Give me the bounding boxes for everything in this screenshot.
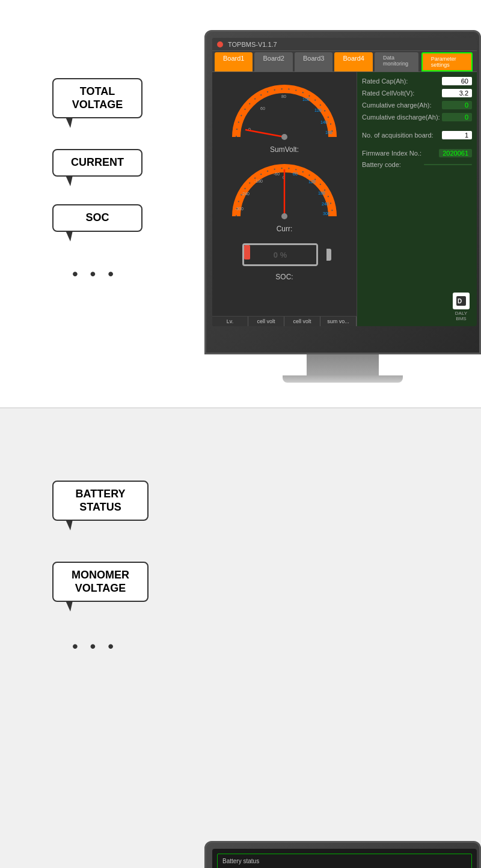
bms-titlebar: TOPBMS-V1.1.7	[212, 38, 477, 51]
svg-text:60: 60	[293, 172, 298, 176]
bubble-voltage-line2: VOLTAGE	[72, 99, 123, 111]
battery-code-value	[424, 164, 472, 165]
bms-right-panel: Rated Cap(Ah): 60 Rated CellVolt(V): 3.2…	[357, 72, 477, 326]
voltage-gauge-svg: 0 60 80 100 120 140 160	[224, 77, 345, 143]
tab-board2[interactable]: Board2	[254, 52, 292, 71]
current-gauge-label: Curr:	[218, 225, 351, 233]
bottom-function-tabs: Lv. cell volt cell volt sum vo...	[212, 316, 357, 326]
tab-cell-volt-2[interactable]: cell volt	[284, 317, 320, 326]
tab-sum-vo[interactable]: sum vo...	[320, 317, 357, 326]
monitor-bottom: Battery status Max Volt: 3.34 V Max Cell…	[204, 841, 481, 868]
rated-cell-volt-value: 3.2	[442, 89, 472, 97]
bms-title: TOPBMS-V1.1.7	[228, 41, 277, 48]
bms-board-tabs: Board1 Board2 Board3 Board4 Data monitor…	[212, 51, 477, 72]
battery-status-title: Battery status	[222, 858, 467, 864]
bubble-battery-line2: STATUS	[79, 501, 121, 513]
svg-text:-180: -180	[254, 179, 263, 183]
battery-percent-text: 0 %	[242, 240, 318, 269]
svg-text:-300: -300	[235, 207, 244, 211]
soc-label: SOC:	[217, 273, 352, 281]
bubble-total-voltage: TOTAL VOLTAGE	[52, 78, 142, 118]
rated-cell-volt-field: Rated CellVolt(V): 3.2	[362, 89, 472, 97]
tab-data-monitoring[interactable]: Data monitoring	[375, 52, 418, 71]
cumulative-charge-value: 0	[442, 101, 472, 109]
battery-icon: 0 %	[242, 240, 326, 270]
firmware-label: Firmware Index No.:	[362, 150, 421, 157]
svg-text:180: 180	[318, 191, 325, 195]
rated-cap-field: Rated Cap(Ah): 60	[362, 77, 472, 85]
bubble-battery-line1: BATTERY	[76, 488, 126, 500]
battery-code-field: Battery code:	[362, 161, 472, 168]
tab-lv[interactable]: Lv.	[212, 317, 248, 326]
rated-cap-label: Rated Cap(Ah):	[362, 77, 408, 85]
acq-board-value: 1	[442, 131, 472, 139]
daly-logo-icon: D	[453, 293, 470, 309]
svg-text:160: 160	[325, 130, 332, 135]
bubble-current: CURRENT	[52, 149, 142, 177]
firmware-value: 2020061	[439, 149, 472, 157]
monitor-screen-top: TOPBMS-V1.1.7 Board1 Board2 Board3 Board…	[212, 38, 477, 326]
cumulative-charge-label: Cumulative charge(Ah):	[362, 102, 432, 109]
tab-board4[interactable]: Board4	[334, 52, 372, 71]
svg-text:60: 60	[260, 106, 265, 111]
svg-text:-240: -240	[241, 192, 250, 196]
svg-point-20	[281, 213, 287, 219]
bubble-soc-label: SOC	[85, 211, 109, 223]
svg-text:140: 140	[320, 120, 328, 124]
svg-text:240: 240	[322, 202, 329, 206]
battery-code-label: Battery code:	[362, 161, 401, 168]
acq-board-label: No. of acquisition board:	[362, 132, 434, 139]
bms2-app: Battery status Max Volt: 3.34 V Max Cell…	[212, 849, 477, 868]
voltage-gauge-label: SumVolt:	[218, 145, 351, 154]
close-dot-icon	[217, 41, 223, 47]
monitor-base-top	[283, 375, 403, 383]
svg-text:80: 80	[281, 94, 286, 99]
svg-text:120: 120	[308, 180, 316, 184]
firmware-field: Firmware Index No.: 2020061	[362, 149, 472, 157]
bubble-monomer-line1: MONOMER	[72, 569, 129, 581]
daly-logo: D DALYBMS	[453, 293, 470, 321]
svg-text:120: 120	[314, 108, 322, 112]
top-section: TOTAL VOLTAGE CURRENT SOC • • • TOPBMS-V…	[0, 0, 481, 408]
tab-cell-volt-1[interactable]: cell volt	[248, 317, 284, 326]
tab-board3[interactable]: Board3	[295, 52, 332, 71]
top-dots: • • •	[72, 264, 117, 284]
bms-main-content: 0 60 80 100 120 140 160	[212, 72, 477, 326]
svg-point-8	[281, 134, 287, 140]
bubble-monomer-line2: VOLTAGE	[75, 582, 126, 594]
bubble-voltage-line1: TOTAL	[80, 85, 115, 97]
bubble-current-label: CURRENT	[71, 156, 124, 168]
bms-left-panel: 0 60 80 100 120 140 160	[212, 72, 357, 326]
cumulative-discharge-field: Cumulative discharge(Ah): 0	[362, 113, 472, 121]
cumulative-discharge-value: 0	[442, 113, 472, 121]
rated-cell-volt-label: Rated CellVolt(V):	[362, 90, 414, 97]
bubble-battery-status: BATTERY STATUS	[52, 481, 149, 521]
tab-board1[interactable]: Board1	[215, 52, 253, 71]
bms-app: TOPBMS-V1.1.7 Board1 Board2 Board3 Board…	[212, 38, 477, 326]
bubble-monomer-voltage: MONOMER VOLTAGE	[52, 562, 149, 602]
monitor-bezel-bottom: Battery status Max Volt: 3.34 V Max Cell…	[204, 841, 481, 868]
battery-tip	[326, 249, 331, 261]
battery-status-section: Battery status Max Volt: 3.34 V Max Cell…	[217, 854, 472, 868]
svg-text:300: 300	[323, 211, 330, 216]
battery-display: 0 % SOC:	[217, 238, 352, 281]
monitor-screen-bottom: Battery status Max Volt: 3.34 V Max Cell…	[212, 849, 477, 868]
svg-text:100: 100	[302, 97, 310, 102]
tab-parameter-settings[interactable]: Parameter settings	[421, 52, 473, 71]
svg-line-7	[245, 130, 284, 137]
cumulative-charge-field: Cumulative charge(Ah): 0	[362, 101, 472, 109]
cumulative-discharge-label: Cumulative discharge(Ah):	[362, 114, 440, 121]
svg-text:D: D	[458, 298, 462, 305]
svg-text:-60: -60	[274, 172, 280, 176]
monitor-bezel-top: TOPBMS-V1.1.7 Board1 Board2 Board3 Board…	[204, 30, 481, 354]
bubble-soc: SOC	[52, 204, 142, 232]
bottom-dots: • • •	[72, 637, 117, 656]
current-gauge: -300 -240 -180 -60 60 120 180 240 300	[218, 156, 351, 233]
rated-cap-value: 60	[442, 77, 472, 85]
current-gauge-svg: -300 -240 -180 -60 60 120 180 240 300	[224, 156, 345, 222]
daly-logo-text: DALYBMS	[453, 311, 470, 321]
monitor-top: TOPBMS-V1.1.7 Board1 Board2 Board3 Board…	[204, 30, 481, 378]
voltage-gauge: 0 60 80 100 120 140 160	[218, 77, 351, 154]
monitor-stand-top	[307, 354, 379, 378]
bottom-section: BATTERY STATUS MONOMER VOLTAGE • • • Bat…	[0, 408, 481, 868]
